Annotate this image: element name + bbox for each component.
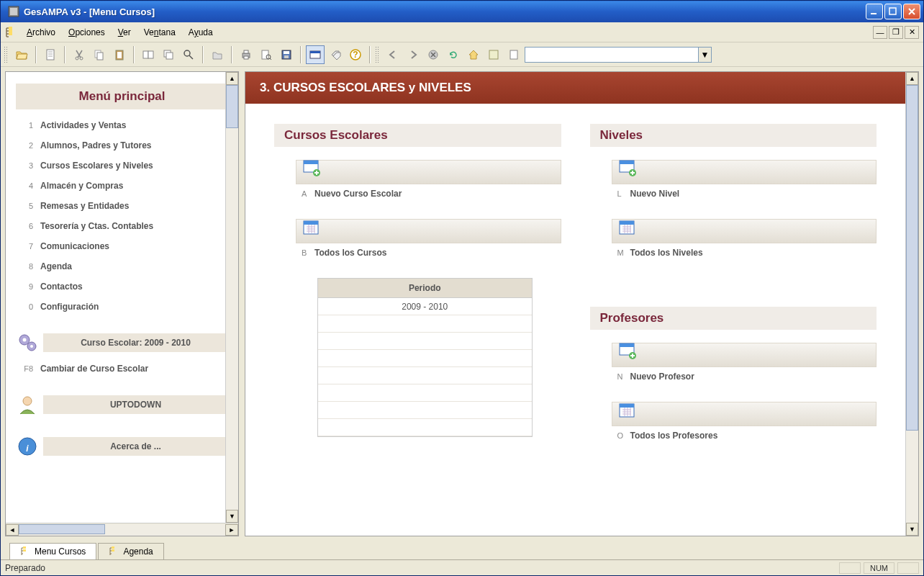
- period-row[interactable]: [318, 402, 532, 419]
- print-preview-button[interactable]: [257, 45, 276, 64]
- period-row[interactable]: [318, 333, 532, 350]
- main-vscroll-down-button[interactable]: ▼: [906, 523, 918, 536]
- nav2-button[interactable]: [504, 45, 523, 64]
- print-button[interactable]: [237, 45, 255, 64]
- sidebar-item-contactos[interactable]: 9Contactos: [13, 276, 231, 297]
- cut-button[interactable]: [70, 45, 89, 64]
- sidebar-item-comunicaciones[interactable]: 7Comunicaciones: [13, 236, 231, 256]
- action-nuevo-nivel[interactable]: LNuevo Nivel: [612, 160, 877, 199]
- action-todos-niveles[interactable]: MTodos los Niveles: [612, 219, 877, 258]
- hscroll-right-button[interactable]: ►: [225, 524, 238, 536]
- svg-rect-15: [148, 51, 153, 58]
- sidebar-item-tesoreria[interactable]: 6Tesorería y Ctas. Contables: [13, 216, 231, 236]
- svg-rect-33: [510, 50, 517, 59]
- search-button[interactable]: [179, 45, 198, 64]
- mdi-close-button[interactable]: ✕: [905, 26, 919, 39]
- copy-button[interactable]: [90, 45, 109, 64]
- vscroll-down-button[interactable]: ▼: [226, 510, 238, 523]
- search-dropdown-button[interactable]: ▼: [698, 48, 711, 62]
- tags-button[interactable]: [326, 45, 345, 64]
- svg-point-8: [76, 57, 78, 60]
- action-nuevo-curso[interactable]: ANuevo Curso Escolar: [296, 160, 561, 199]
- section-profesores-title: Profesores: [590, 307, 877, 330]
- sidebar-item-cursos[interactable]: 3Cursos Escolares y Niveles: [13, 156, 231, 176]
- action-todos-profesores[interactable]: OTodos los Profesores: [612, 402, 877, 441]
- main-vscroll-thumb[interactable]: [906, 85, 918, 431]
- hscroll-thumb[interactable]: [19, 524, 105, 534]
- user-info: UPTODOWN: [13, 389, 231, 420]
- forward-button[interactable]: [404, 45, 422, 64]
- search-combo[interactable]: ▼: [525, 47, 712, 63]
- maximize-button[interactable]: [884, 4, 902, 19]
- calendar-icon: [618, 401, 637, 420]
- period-row[interactable]: [318, 367, 532, 384]
- svg-rect-58: [112, 546, 114, 549]
- mdi-minimize-button[interactable]: —: [873, 26, 887, 39]
- vscroll-up-button[interactable]: ▲: [226, 72, 238, 85]
- nav1-button[interactable]: [484, 45, 503, 64]
- main-vscroll[interactable]: ▲ ▼: [905, 72, 918, 536]
- back-button[interactable]: [384, 45, 402, 64]
- period-row[interactable]: 2009 - 2010: [318, 298, 532, 315]
- main-vscroll-up-button[interactable]: ▲: [906, 72, 918, 85]
- open-button[interactable]: [12, 45, 31, 64]
- sidebar-item-remesas[interactable]: 5Remesas y Entidades: [13, 196, 231, 216]
- help-button[interactable]: ?: [346, 45, 365, 64]
- refresh-button[interactable]: [444, 45, 463, 64]
- document-tabs: Menu Cursos Agenda: [1, 541, 923, 559]
- toolbar-grip[interactable]: [4, 46, 8, 63]
- tab-agenda[interactable]: Agenda: [98, 543, 163, 559]
- paste-button[interactable]: [110, 45, 129, 64]
- svg-rect-7: [47, 50, 54, 60]
- tab-menu-cursos[interactable]: Menu Cursos: [9, 543, 96, 559]
- toolbar: ? ▼: [1, 42, 923, 67]
- stop-button[interactable]: [424, 45, 443, 64]
- folder2-button[interactable]: [208, 45, 227, 64]
- menu-ventana[interactable]: Ventana: [138, 25, 181, 40]
- period-row[interactable]: [318, 419, 532, 436]
- window-tile-button[interactable]: [139, 45, 158, 64]
- menu-ayuda[interactable]: Ayuda: [183, 25, 219, 40]
- about-link[interactable]: i Acerca de ...: [13, 431, 231, 462]
- gears-icon: [16, 331, 39, 354]
- mdi-restore-button[interactable]: ❐: [889, 26, 903, 39]
- window-cascade-button[interactable]: [159, 45, 178, 64]
- sidebar-item-almacen[interactable]: 4Almacén y Compras: [13, 176, 231, 196]
- new-window-icon: [618, 342, 637, 361]
- period-row[interactable]: [318, 315, 532, 333]
- period-row[interactable]: [318, 384, 532, 402]
- sidebar-vscroll[interactable]: ▲ ▼: [225, 72, 238, 523]
- menu-bar: Archivo Opciones Ver Ventana Ayuda — ❐ ✕: [1, 22, 923, 42]
- hscroll-left-button[interactable]: ◄: [6, 524, 19, 536]
- search-input[interactable]: [525, 48, 698, 62]
- sidebar-item-alumnos[interactable]: 2Alumnos, Padres y Tutores: [13, 135, 231, 156]
- calendar-icon: [302, 218, 321, 237]
- menu-opciones[interactable]: Opciones: [63, 25, 111, 40]
- vscroll-thumb[interactable]: [226, 85, 238, 128]
- svg-rect-32: [489, 50, 498, 59]
- section-niveles-title: Niveles: [590, 124, 877, 147]
- info-icon: i: [16, 435, 39, 458]
- active-view-button[interactable]: [306, 45, 325, 64]
- sidebar-item-configuracion[interactable]: 0Configuración: [13, 297, 231, 317]
- svg-rect-2: [871, 13, 877, 14]
- change-course-button[interactable]: F8Cambiar de Curso Escolar: [13, 359, 231, 379]
- menu-ver[interactable]: Ver: [112, 25, 137, 40]
- action-todos-cursos[interactable]: BTodos los Cursos: [296, 219, 561, 258]
- period-row[interactable]: [318, 350, 532, 367]
- minimize-button[interactable]: [866, 4, 883, 19]
- action-nuevo-profesor[interactable]: NNuevo Profesor: [612, 343, 877, 382]
- toolbar-grip-2[interactable]: [375, 46, 379, 63]
- status-empty-cell: [839, 562, 861, 574]
- new-doc-button[interactable]: [41, 45, 60, 64]
- svg-rect-50: [620, 221, 634, 225]
- sidebar-item-actividades[interactable]: 1Actividades y Ventas: [13, 115, 231, 135]
- close-button[interactable]: [903, 4, 920, 19]
- current-course-info: Curso Escolar: 2009 - 2010: [13, 327, 231, 359]
- sidebar-hscroll[interactable]: ◄ ►: [6, 523, 238, 536]
- menu-archivo[interactable]: Archivo: [21, 25, 61, 40]
- save-button[interactable]: [277, 45, 296, 64]
- sidebar-item-agenda[interactable]: 8Agenda: [13, 256, 231, 276]
- svg-rect-42: [304, 161, 318, 164]
- home-button[interactable]: [464, 45, 483, 64]
